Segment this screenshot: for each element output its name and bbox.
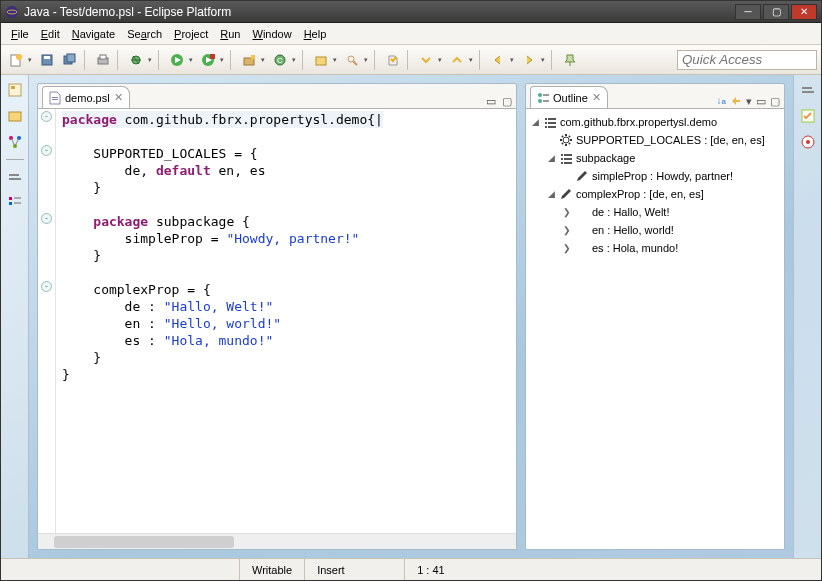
editor-tabrow: demo.psl ✕ ▭ ▢ xyxy=(38,84,516,108)
outline-item[interactable]: ◢subpackage xyxy=(530,149,780,167)
task-list-icon[interactable] xyxy=(799,107,817,125)
maximize-button[interactable]: ▢ xyxy=(763,4,789,20)
svg-point-50 xyxy=(563,137,569,143)
close-tab-icon[interactable]: ✕ xyxy=(592,91,601,104)
cheatsheet-icon[interactable] xyxy=(799,133,817,151)
menu-help[interactable]: Help xyxy=(298,26,333,42)
status-position: 1 : 41 xyxy=(404,559,484,580)
tree-twisty-icon[interactable]: ◢ xyxy=(546,153,556,163)
svg-rect-49 xyxy=(548,126,556,128)
svg-rect-60 xyxy=(561,158,563,160)
minimize-view-icon[interactable] xyxy=(6,168,24,186)
menu-run[interactable]: Run xyxy=(214,26,246,42)
tree-twisty-icon[interactable]: ◢ xyxy=(530,117,540,127)
outline-item[interactable]: SUPPORTED_LOCALES : [de, en, es] xyxy=(530,131,780,149)
outline-item-label: es : Hola, mundo! xyxy=(592,242,678,254)
outline-item[interactable]: ❯de : Hallo, Welt! xyxy=(530,203,780,221)
restore-icon[interactable] xyxy=(799,81,817,99)
tasks-icon[interactable] xyxy=(6,194,24,212)
tree-twisty-icon[interactable]: ❯ xyxy=(562,207,572,217)
svg-text:C: C xyxy=(277,56,283,65)
debug-button[interactable] xyxy=(125,49,155,71)
tree-twisty-icon[interactable]: ❯ xyxy=(562,243,572,253)
prev-annotation-button[interactable] xyxy=(446,49,476,71)
status-insert: Insert xyxy=(304,559,404,580)
svg-rect-35 xyxy=(9,202,12,205)
fold-marker-icon[interactable]: - xyxy=(41,213,52,224)
pencil-icon xyxy=(575,169,589,183)
outline-item-label: simpleProp : Howdy, partner! xyxy=(592,170,733,182)
outline-tab[interactable]: Outline ✕ xyxy=(530,86,608,108)
save-all-button[interactable] xyxy=(59,49,81,71)
svg-rect-22 xyxy=(316,57,326,65)
menu-file[interactable]: File xyxy=(5,26,35,42)
next-annotation-button[interactable] xyxy=(415,49,445,71)
menu-window[interactable]: Window xyxy=(246,26,297,42)
tree-twisty-icon[interactable]: ◢ xyxy=(546,189,556,199)
code-area[interactable]: package com.github.fbrx.propertysl.demo{… xyxy=(56,109,389,533)
menu-navigate[interactable]: Navigate xyxy=(66,26,121,42)
close-button[interactable]: ✕ xyxy=(791,4,817,20)
new-button[interactable] xyxy=(5,49,35,71)
menu-edit[interactable]: Edit xyxy=(35,26,66,42)
editor-tab[interactable]: demo.psl ✕ xyxy=(42,86,130,108)
back-button[interactable] xyxy=(487,49,517,71)
svg-rect-36 xyxy=(14,197,21,199)
outline-item[interactable]: ❯es : Hola, mundo! xyxy=(530,239,780,257)
toolbar-separator xyxy=(374,50,379,70)
svg-point-0 xyxy=(6,6,18,18)
outline-item-label: en : Hello, world! xyxy=(592,224,674,236)
outline-minimize-icon[interactable]: ▭ xyxy=(756,95,766,108)
outline-maximize-icon[interactable]: ▢ xyxy=(770,95,780,108)
forward-button[interactable] xyxy=(518,49,548,71)
toggle-mark-button[interactable] xyxy=(382,49,404,71)
sort-icon[interactable]: ↓a xyxy=(717,95,726,108)
svg-rect-42 xyxy=(543,94,549,96)
editor-maximize-icon[interactable]: ▢ xyxy=(502,95,512,108)
fold-marker-icon[interactable]: - xyxy=(41,281,52,292)
outline-item[interactable]: simpleProp : Howdy, partner! xyxy=(530,167,780,185)
pin-editor-button[interactable] xyxy=(559,49,581,71)
folding-ruler[interactable]: - - - - xyxy=(38,109,56,533)
svg-rect-34 xyxy=(9,197,12,200)
menu-project[interactable]: Project xyxy=(168,26,214,42)
svg-rect-38 xyxy=(52,97,58,98)
close-tab-icon[interactable]: ✕ xyxy=(114,91,123,104)
editor-tab-label: demo.psl xyxy=(65,92,110,104)
editor-body[interactable]: - - - - package com.github.fbrx.property… xyxy=(38,108,516,533)
svg-point-3 xyxy=(16,54,22,60)
fold-marker-icon[interactable]: - xyxy=(41,145,52,156)
print-button[interactable] xyxy=(92,49,114,71)
outline-tree[interactable]: ◢com.github.fbrx.propertysl.demoSUPPORTE… xyxy=(526,108,784,549)
editor-minimize-icon[interactable]: ▭ xyxy=(486,95,496,108)
toolbar-separator xyxy=(302,50,307,70)
none-icon xyxy=(575,223,589,237)
minimize-button[interactable]: ─ xyxy=(735,4,761,20)
fold-marker-icon[interactable]: - xyxy=(41,111,52,122)
open-type-button[interactable] xyxy=(310,49,340,71)
outline-item[interactable]: ◢com.github.fbrx.propertysl.demo xyxy=(530,113,780,131)
search-button[interactable] xyxy=(341,49,371,71)
scrollbar-thumb[interactable] xyxy=(54,536,234,548)
horizontal-scrollbar[interactable] xyxy=(38,533,516,549)
run-last-button[interactable] xyxy=(197,49,227,71)
svg-rect-63 xyxy=(564,158,572,160)
outline-item[interactable]: ◢complexProp : [de, en, es] xyxy=(530,185,780,203)
package-explorer-icon[interactable] xyxy=(6,81,24,99)
svg-rect-32 xyxy=(9,174,19,176)
quick-access-input[interactable] xyxy=(677,50,817,70)
new-class-button[interactable]: C xyxy=(269,49,299,71)
run-button[interactable] xyxy=(166,49,196,71)
view-menu-icon[interactable]: ▾ xyxy=(746,95,752,108)
tree-twisty-icon[interactable]: ❯ xyxy=(562,225,572,235)
svg-rect-48 xyxy=(548,122,556,124)
menu-search[interactable]: Search xyxy=(121,26,168,42)
hierarchy-icon[interactable] xyxy=(6,133,24,151)
new-package-button[interactable] xyxy=(238,49,268,71)
link-editor-icon[interactable] xyxy=(730,95,742,108)
save-button[interactable] xyxy=(36,49,58,71)
svg-rect-39 xyxy=(52,99,58,100)
svg-line-58 xyxy=(569,136,570,137)
outline-item[interactable]: ❯en : Hello, world! xyxy=(530,221,780,239)
navigator-icon[interactable] xyxy=(6,107,24,125)
